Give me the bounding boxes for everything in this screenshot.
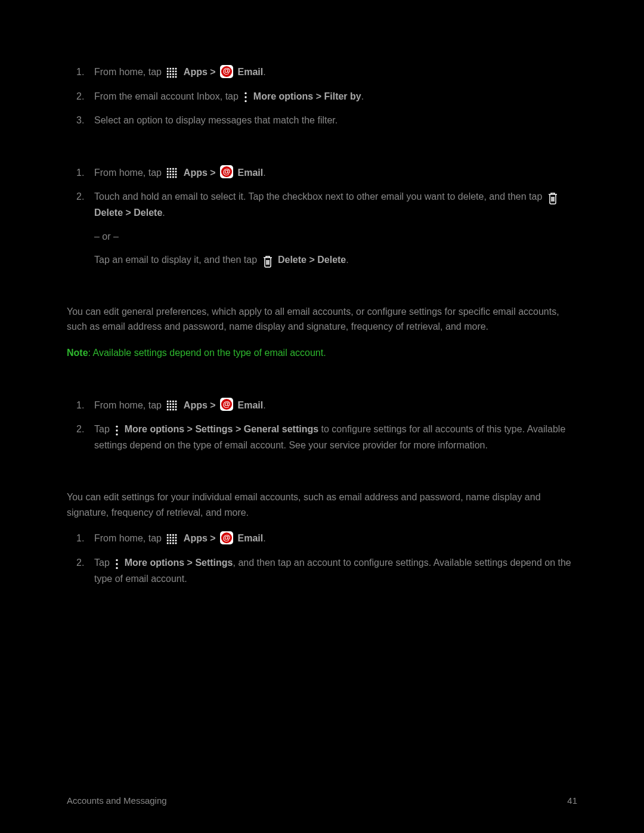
svg-rect-42 [170,401,172,402]
svg-rect-14 [172,76,174,78]
svg-point-59 [116,433,118,435]
delete-steps-list: 1. From home, tap Apps > Email. 2. Touch… [67,165,577,268]
svg-rect-55 [172,409,174,411]
svg-rect-73 [170,543,172,544]
svg-point-78 [116,567,118,569]
svg-rect-41 [167,401,169,402]
list-item: 1. From home, tap Apps > Email. [94,531,577,547]
svg-rect-3 [175,68,177,70]
more-options-icon [114,556,120,571]
svg-rect-66 [172,537,174,539]
svg-rect-5 [170,70,172,72]
svg-rect-54 [170,409,172,411]
svg-rect-62 [172,534,174,536]
svg-rect-75 [175,543,177,544]
svg-rect-67 [175,537,177,539]
svg-rect-20 [170,168,172,170]
svg-rect-63 [175,534,177,536]
apps-icon [166,398,179,414]
svg-rect-12 [167,76,169,78]
svg-rect-19 [167,168,169,170]
svg-rect-44 [175,401,177,402]
svg-rect-29 [172,174,174,175]
svg-rect-10 [172,73,174,75]
svg-rect-60 [167,534,169,536]
email-settings-heading: Email Settings [67,281,577,296]
footer-page-number: 41 [567,794,577,808]
svg-rect-65 [170,537,172,539]
svg-rect-22 [175,168,177,170]
svg-rect-26 [175,171,177,173]
apps-icon [166,166,179,181]
svg-rect-13 [170,76,172,78]
delete-icon [262,253,274,268]
svg-rect-27 [167,174,169,175]
svg-point-57 [116,425,118,427]
footer-section: Accounts and Messaging [67,794,167,808]
svg-rect-21 [172,168,174,170]
delete-icon [547,190,559,205]
svg-rect-31 [167,176,169,178]
page-footer: Accounts and Messaging 41 [67,794,577,808]
svg-rect-64 [167,537,169,539]
list-item: 2. From the email account Inbox, tap Mor… [94,89,577,105]
svg-rect-28 [170,174,172,175]
svg-rect-15 [175,76,177,78]
svg-rect-69 [170,540,172,541]
email-icon [220,165,233,178]
svg-point-77 [116,563,118,565]
filter-steps-list: 1. From home, tap Apps > Email. 2. From … [67,64,577,128]
svg-rect-71 [175,540,177,541]
svg-rect-0 [167,68,169,70]
svg-point-76 [116,559,118,561]
svg-rect-56 [175,409,177,411]
svg-rect-30 [175,174,177,175]
svg-rect-47 [172,404,174,405]
list-item: 1. From home, tap Apps > Email. [94,398,577,414]
svg-rect-68 [167,540,169,541]
svg-rect-51 [172,406,174,408]
svg-rect-48 [175,404,177,405]
svg-rect-4 [167,70,169,72]
svg-rect-45 [167,404,169,405]
svg-rect-1 [170,68,172,70]
svg-rect-46 [170,404,172,405]
svg-rect-23 [167,171,169,173]
svg-rect-43 [172,401,174,402]
note-block: Note: Available settings depend on the t… [67,345,577,361]
svg-rect-2 [172,68,174,70]
svg-rect-24 [170,171,172,173]
list-item: 2. Tap More options > Settings > General… [94,422,577,453]
list-item: 2. Touch and hold an email to select it.… [94,189,577,268]
svg-point-16 [245,92,247,94]
apps-icon [166,65,179,80]
general-preferences-heading: General Email Preferences [67,377,577,389]
svg-rect-72 [167,543,169,544]
delete-email-heading: Delete Email [67,145,577,157]
list-item: 3. Select an option to display messages … [94,113,577,128]
svg-point-17 [245,97,247,98]
svg-point-58 [116,429,118,431]
account-steps-list: 1. From home, tap Apps > Email. 2. Tap M… [67,531,577,586]
general-steps-list: 1. From home, tap Apps > Email. 2. Tap M… [67,398,577,453]
svg-rect-49 [167,406,169,408]
svg-rect-9 [170,73,172,75]
svg-rect-53 [167,409,169,411]
svg-rect-52 [175,406,177,408]
more-options-icon [243,89,249,105]
list-item: 2. Tap More options > Settings, and then… [94,555,577,586]
svg-rect-25 [172,171,174,173]
account-settings-heading: Email Account Settings [67,469,577,481]
svg-rect-32 [170,176,172,178]
svg-rect-50 [170,406,172,408]
svg-rect-7 [175,70,177,72]
svg-rect-61 [170,534,172,536]
list-item: 1. From home, tap Apps > Email. [94,165,577,181]
svg-rect-34 [175,176,177,178]
svg-rect-8 [167,73,169,75]
apps-icon [166,531,179,547]
email-icon [220,65,233,78]
settings-paragraph: You can edit general preferences, which … [67,304,577,335]
email-icon [220,531,233,544]
svg-rect-6 [172,70,174,72]
